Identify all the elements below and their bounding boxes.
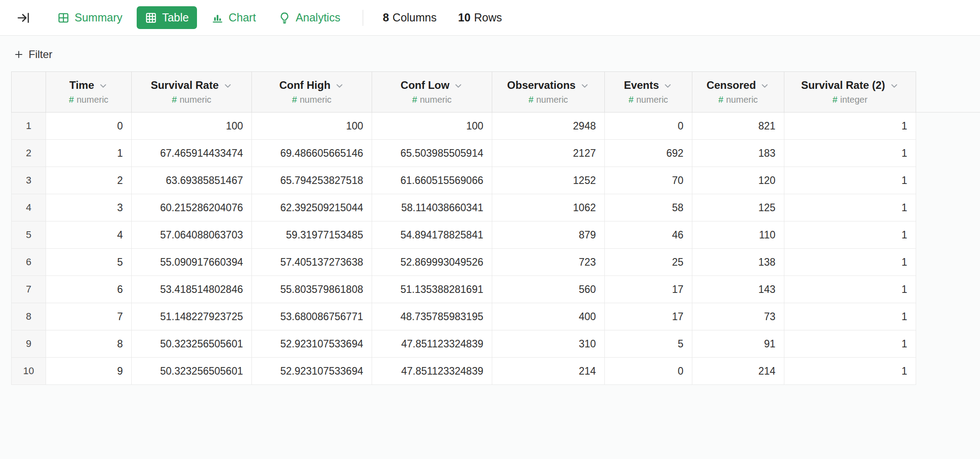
row-number[interactable]: 5 (12, 221, 46, 249)
cell[interactable]: 143 (692, 276, 784, 303)
cell[interactable]: 9 (46, 358, 132, 385)
cell[interactable]: 821 (692, 113, 784, 140)
row-number[interactable]: 1 (12, 113, 46, 140)
column-header-conf-high[interactable]: Conf High#numeric (252, 72, 372, 113)
cell[interactable]: 0 (46, 113, 132, 140)
row-number[interactable]: 7 (12, 276, 46, 303)
cell[interactable]: 1 (784, 167, 916, 194)
cell[interactable]: 214 (492, 358, 605, 385)
cell[interactable]: 61.660515569066 (372, 167, 492, 194)
row-number[interactable]: 9 (12, 330, 46, 358)
cell[interactable]: 1252 (492, 167, 605, 194)
cell[interactable]: 57.405137273638 (252, 249, 372, 276)
cell[interactable]: 7 (46, 303, 132, 330)
column-header-survival-rate-2[interactable]: Survival Rate (2)#integer (784, 72, 916, 113)
cell[interactable]: 53.418514802846 (132, 276, 252, 303)
cell[interactable]: 91 (692, 330, 784, 358)
cell[interactable]: 52.869993049526 (372, 249, 492, 276)
cell[interactable]: 57.064088063703 (132, 221, 252, 249)
cell[interactable]: 1 (784, 194, 916, 221)
cell[interactable]: 1 (784, 140, 916, 167)
cell[interactable]: 54.894178825841 (372, 221, 492, 249)
cell[interactable]: 62.392509215044 (252, 194, 372, 221)
cell[interactable]: 1 (784, 113, 916, 140)
cell[interactable]: 46 (605, 221, 692, 249)
cell[interactable]: 17 (605, 303, 692, 330)
cell[interactable]: 110 (692, 221, 784, 249)
cell[interactable]: 1 (784, 358, 916, 385)
cell[interactable]: 55.803579861808 (252, 276, 372, 303)
cell[interactable]: 100 (132, 113, 252, 140)
tab-analytics[interactable]: Analytics (270, 6, 348, 29)
cell[interactable]: 1 (46, 140, 132, 167)
cell[interactable]: 4 (46, 221, 132, 249)
cell[interactable]: 67.465914433474 (132, 140, 252, 167)
cell[interactable]: 52.923107533694 (252, 330, 372, 358)
cell[interactable]: 1 (784, 330, 916, 358)
cell[interactable]: 51.148227923725 (132, 303, 252, 330)
cell[interactable]: 8 (46, 330, 132, 358)
cell[interactable]: 138 (692, 249, 784, 276)
cell[interactable]: 310 (492, 330, 605, 358)
cell[interactable]: 0 (605, 113, 692, 140)
cell[interactable]: 70 (605, 167, 692, 194)
row-number[interactable]: 2 (12, 140, 46, 167)
cell[interactable]: 560 (492, 276, 605, 303)
cell[interactable]: 48.735785983195 (372, 303, 492, 330)
cell[interactable]: 60.215286204076 (132, 194, 252, 221)
cell[interactable]: 692 (605, 140, 692, 167)
cell[interactable]: 47.851123324839 (372, 358, 492, 385)
cell[interactable]: 183 (692, 140, 784, 167)
cell[interactable]: 0 (605, 358, 692, 385)
cell[interactable]: 723 (492, 249, 605, 276)
cell[interactable]: 1 (784, 221, 916, 249)
cell[interactable]: 400 (492, 303, 605, 330)
tab-chart[interactable]: Chart (203, 6, 264, 29)
cell[interactable]: 53.680086756771 (252, 303, 372, 330)
cell[interactable]: 3 (46, 194, 132, 221)
column-header-time[interactable]: Time#numeric (46, 72, 132, 113)
cell[interactable]: 73 (692, 303, 784, 330)
column-header-censored[interactable]: Censored#numeric (692, 72, 784, 113)
cell[interactable]: 214 (692, 358, 784, 385)
cell[interactable]: 879 (492, 221, 605, 249)
tab-table[interactable]: Table (137, 6, 197, 29)
cell[interactable]: 47.851123324839 (372, 330, 492, 358)
cell[interactable]: 125 (692, 194, 784, 221)
cell[interactable]: 50.323256505601 (132, 330, 252, 358)
row-number[interactable]: 8 (12, 303, 46, 330)
cell[interactable]: 59.31977153485 (252, 221, 372, 249)
cell[interactable]: 17 (605, 276, 692, 303)
cell[interactable]: 120 (692, 167, 784, 194)
add-filter-button[interactable]: Filter (13, 48, 52, 61)
cell[interactable]: 50.323256505601 (132, 358, 252, 385)
cell[interactable]: 5 (605, 330, 692, 358)
cell[interactable]: 51.135388281691 (372, 276, 492, 303)
row-number[interactable]: 4 (12, 194, 46, 221)
column-header-observations[interactable]: Observations#numeric (492, 72, 605, 113)
row-number[interactable]: 10 (12, 358, 46, 385)
column-header-events[interactable]: Events#numeric (605, 72, 692, 113)
cell[interactable]: 55.090917660394 (132, 249, 252, 276)
cell[interactable]: 1 (784, 303, 916, 330)
cell[interactable]: 1 (784, 276, 916, 303)
cell[interactable]: 100 (372, 113, 492, 140)
cell[interactable]: 52.923107533694 (252, 358, 372, 385)
cell[interactable]: 2127 (492, 140, 605, 167)
cell[interactable]: 58 (605, 194, 692, 221)
cell[interactable]: 69.486605665146 (252, 140, 372, 167)
cell[interactable]: 5 (46, 249, 132, 276)
cell[interactable]: 6 (46, 276, 132, 303)
column-header-survival-rate[interactable]: Survival Rate#numeric (132, 72, 252, 113)
cell[interactable]: 100 (252, 113, 372, 140)
tab-summary[interactable]: Summary (49, 6, 130, 29)
row-number[interactable]: 3 (12, 167, 46, 194)
cell[interactable]: 1 (784, 249, 916, 276)
cell[interactable]: 65.794253827518 (252, 167, 372, 194)
cell[interactable]: 25 (605, 249, 692, 276)
cell[interactable]: 2 (46, 167, 132, 194)
column-header-conf-low[interactable]: Conf Low#numeric (372, 72, 492, 113)
row-number[interactable]: 6 (12, 249, 46, 276)
cell[interactable]: 63.69385851467 (132, 167, 252, 194)
cell[interactable]: 58.114038660341 (372, 194, 492, 221)
